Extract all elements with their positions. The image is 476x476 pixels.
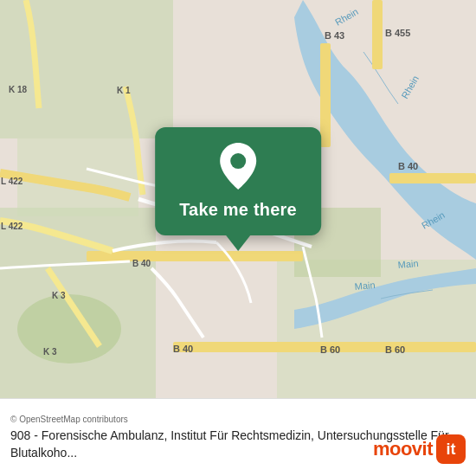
svg-text:B 43: B 43 — [325, 30, 344, 41]
popup-overlay: Take me there — [155, 127, 321, 251]
svg-point-30 — [230, 153, 246, 169]
svg-text:B 40: B 40 — [173, 344, 193, 354]
svg-text:B 60: B 60 — [385, 344, 405, 355]
map-container: B 455 B 43 B 40 B 40 B 60 B 60 K 18 L 42… — [0, 0, 476, 398]
svg-rect-1 — [0, 0, 173, 138]
svg-text:B 60: B 60 — [320, 344, 340, 355]
moovit-logo: moovit it — [373, 434, 466, 464]
popup-arrow — [226, 235, 250, 251]
moovit-icon-letter: it — [447, 441, 456, 459]
svg-rect-8 — [372, 0, 383, 69]
svg-text:L 422: L 422 — [1, 222, 23, 231]
svg-rect-10 — [389, 173, 476, 183]
svg-text:Main: Main — [354, 280, 376, 292]
svg-rect-9 — [320, 43, 331, 147]
moovit-logo-icon: it — [436, 434, 466, 464]
svg-text:K 3: K 3 — [43, 347, 57, 357]
popup-box: Take me there — [155, 127, 321, 235]
svg-text:Main: Main — [397, 258, 419, 270]
svg-text:B 40: B 40 — [398, 161, 418, 171]
bottom-bar: © OpenStreetMap contributors 908 - Foren… — [0, 398, 476, 476]
svg-text:K 3: K 3 — [52, 291, 66, 300]
svg-text:K 18: K 18 — [9, 85, 28, 94]
svg-rect-7 — [87, 251, 303, 261]
take-me-there-button[interactable]: Take me there — [179, 200, 297, 220]
svg-text:B 40: B 40 — [132, 259, 151, 268]
location-pin-icon — [217, 143, 259, 191]
svg-text:B 455: B 455 — [385, 28, 410, 38]
svg-text:L 422: L 422 — [1, 177, 23, 186]
svg-text:K 1: K 1 — [117, 86, 131, 95]
moovit-logo-text: moovit — [373, 438, 433, 460]
map-attribution: © OpenStreetMap contributors — [10, 415, 466, 424]
